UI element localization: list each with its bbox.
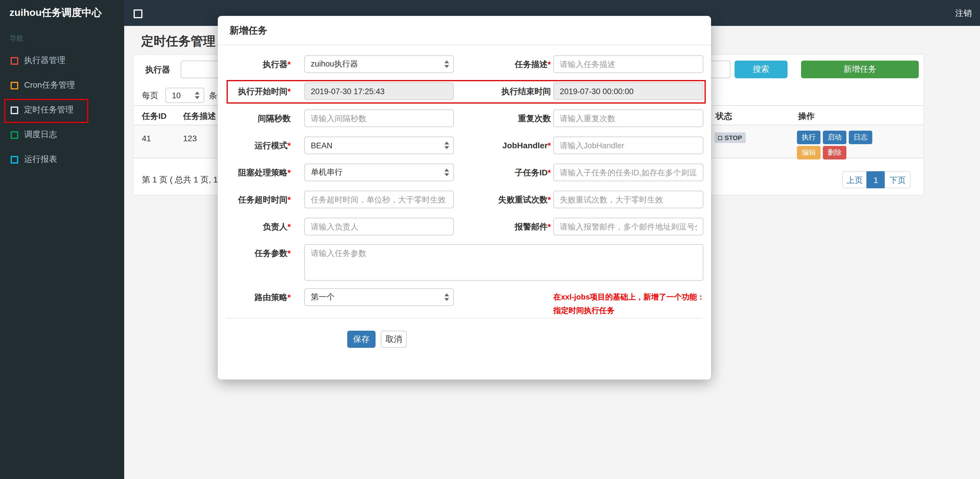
executor-select[interactable]: zuihou执行器 [304,55,454,73]
search-button[interactable]: 搜索 [735,60,788,78]
field-label-fail-retry: 失败重试次数* [465,191,551,208]
field-label-executor: 执行器* [218,55,291,73]
field-label-owner: 负责人* [218,218,291,236]
block-strategy-select[interactable]: 单机串行 [304,164,454,181]
col-header-status: 状态 [716,106,732,126]
job-handler-input[interactable] [553,137,703,154]
start-button[interactable]: 启动 [823,130,846,144]
row-actions: 执行 启动 日志 编辑 删除 [797,130,891,161]
end-time-input[interactable] [553,83,703,100]
child-job-id-input[interactable] [553,164,703,181]
sidebar-item-label: 调度日志 [24,129,57,140]
add-job-modal: 新增任务 执行器* zuihou执行器 任务描述* 执行开始时间* 执行结束时间… [218,16,711,380]
alarm-email-input[interactable] [553,218,703,236]
per-page-select[interactable]: 10 [165,88,204,103]
execute-button[interactable]: 执行 [797,130,821,144]
field-label-job-param: 任务参数* [218,244,291,262]
sidebar-item-label: Cron任务管理 [24,80,75,91]
timeout-input[interactable] [304,191,454,208]
sidebar-item-run-report[interactable]: 运行报表 [0,147,124,172]
select-arrows-icon [444,169,449,176]
square-icon [11,156,18,163]
field-label-timeout: 任务超时时间* [218,191,291,208]
add-job-button[interactable]: 新增任务 [801,60,919,78]
sidebar-item-executor-manage[interactable]: 执行器管理 [0,48,124,73]
select-arrows-icon [444,293,449,301]
sidebar-toggle-icon[interactable] [134,10,142,18]
delete-button[interactable]: 删除 [823,146,846,159]
current-page-button[interactable]: 1 [866,171,885,188]
field-label-job-handler: JobHandler* [465,137,551,154]
brand-logo[interactable]: zuihou任务调度中心 [0,0,124,26]
interval-input[interactable] [304,110,454,127]
select-arrows-icon [444,60,449,68]
pagination: 上页 1 下页 [842,171,910,188]
route-strategy-select[interactable]: 第一个 [304,288,454,306]
modal-header: 新增任务 [218,16,711,45]
col-header-job-desc: 任务描述 [183,106,216,126]
cell-job-id: 41 [142,134,151,143]
edit-button[interactable]: 编辑 [797,146,821,159]
square-icon [11,106,18,114]
log-button[interactable]: 日志 [849,130,872,144]
sidebar-item-label: 执行器管理 [24,55,65,66]
stop-icon [718,136,722,140]
sidebar-item-scheduled-task-manage[interactable]: 定时任务管理 [0,98,124,123]
field-label-run-mode: 运行模式* [218,137,291,154]
sidebar: 导航 执行器管理 Cron任务管理 定时任务管理 调度日志 运行报表 [0,26,124,479]
square-icon [11,57,18,64]
modal-title: 新增任务 [229,16,267,45]
repeat-count-input[interactable] [553,110,703,127]
save-button[interactable]: 保存 [347,331,375,348]
square-icon [11,131,18,138]
start-time-input[interactable] [304,83,454,100]
sidebar-item-dispatch-log[interactable]: 调度日志 [0,123,124,147]
prev-page-button[interactable]: 上页 [842,171,867,188]
job-param-textarea[interactable] [304,244,703,281]
sidebar-section-label: 导航 [0,26,124,48]
sidebar-item-label: 定时任务管理 [24,105,73,115]
select-arrows-icon [195,92,199,99]
field-label-job-desc: 任务描述* [465,55,551,73]
sidebar-item-label: 运行报表 [24,154,57,165]
executor-filter-label: 执行器 [145,60,170,78]
modal-footer-divider [227,318,702,318]
owner-input[interactable] [304,218,454,236]
field-label-block-strategy: 阻塞处理策略* [218,164,291,181]
logout-link[interactable]: 注销 [955,0,972,26]
field-label-interval: 间隔秒数 [218,110,291,127]
job-desc-input[interactable] [553,55,703,73]
feature-hint-text: 在xxl-jobs项目的基础上，新增了一个功能： 指定时间执行任务 [553,290,708,317]
field-label-route-strategy: 路由策略* [218,288,291,306]
status-badge: STOP [714,132,746,143]
run-mode-select[interactable]: BEAN [304,137,454,154]
square-icon [11,81,18,89]
field-label-child-job-id: 子任务ID* [465,164,551,181]
next-page-button[interactable]: 下页 [885,171,910,188]
col-header-job-id: 任务ID [142,106,167,126]
app-root: zuihou任务调度中心 注销 导航 执行器管理 Cron任务管理 定时任务管理… [0,0,980,479]
fail-retry-input[interactable] [553,191,703,208]
field-label-end-time: 执行结束时间 [465,83,551,100]
sidebar-item-cron-manage[interactable]: Cron任务管理 [0,73,124,98]
per-page-value: 10 [172,91,181,100]
pagination-summary: 第 1 页 ( 总共 1 页, 1 [142,171,218,188]
status-badge-label: STOP [725,134,742,141]
col-header-actions: 操作 [798,106,815,126]
field-label-alarm-email: 报警邮件* [465,218,551,236]
select-arrows-icon [444,142,449,149]
per-page-prefix: 每页 [142,86,158,104]
field-label-repeat-count: 重复次数 [465,110,551,127]
page-title: 定时任务管理 [141,33,215,49]
cancel-button[interactable]: 取消 [381,331,407,348]
field-label-start-time: 执行开始时间* [218,83,291,100]
cell-job-desc: 123 [183,134,197,143]
